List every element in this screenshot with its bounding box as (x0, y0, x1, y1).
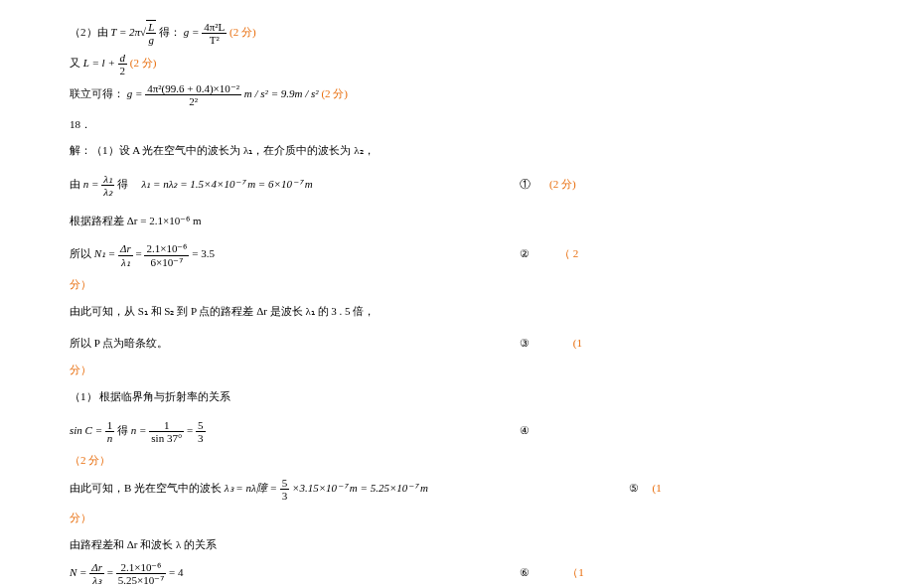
q2-T: T = 2π (110, 26, 140, 38)
q2-intro: （2）由 (70, 26, 108, 38)
q18-dark: 所以 P 点为暗条纹。 ③ (1 (70, 333, 844, 354)
q18-s2: （ 2 (559, 248, 578, 260)
q18-c2: ② (520, 248, 530, 260)
q2-also: 又 (70, 57, 80, 69)
q18-part2: （1） 根据临界角与折射率的关系 (70, 386, 844, 407)
q2-score2: (2 分) (130, 57, 157, 69)
q18-s1: (2 分) (549, 178, 576, 190)
q18-fen2: 分） (70, 360, 844, 380)
q18-c1: ① (520, 178, 531, 190)
q18-s5: (1 (653, 482, 662, 494)
q2-line3: 联立可得： g = 4π²(99.6 + 0.4)×10⁻²2² m / s² … (70, 82, 844, 107)
q2-line1: （2）由 T = 2π√Lg 得： g = 4π²LT² (2 分) (70, 20, 844, 46)
q18-byn: 由 (70, 178, 80, 190)
q2-L: L = l + (83, 57, 115, 69)
q18-fen1: 分） (70, 274, 844, 295)
q18-num: 18． (70, 114, 844, 135)
q18-s3: (1 (573, 337, 582, 349)
q2-g: g = (184, 26, 200, 38)
q2-line2: 又 L = l + d2 (2 分) (70, 52, 844, 76)
q18-c3: ③ (520, 337, 530, 349)
q18-fen3: 分） (70, 508, 844, 528)
q18-bypath: 由路程差和 Δr 和波长 λ 的关系 (70, 534, 844, 555)
q2-score1: (2 分) (229, 26, 256, 38)
q18-sol: 解：（1）设 A 光在空气中的波长为 λ₁，在介质中的波长为 λ₂， (70, 140, 844, 161)
q18-n-line: 由 n = λ₁λ₂ 得 λ₁ = nλ₂ = 1.5×4×10⁻⁷ m = 6… (70, 173, 844, 198)
q18-N1-line: 所以 N₁ = Δrλ₁ = 2.1×10⁻⁶6×10⁻⁷ = 3.5 ② （ … (70, 242, 844, 267)
q2-Lfrac: d2 (118, 52, 128, 76)
q18-fromb: 由此可知，B 光在空气中的波长 λ₃ = nλ障 = 53 ×3.15×10⁻⁷… (70, 477, 844, 502)
q18-N-line: N = Δrλ₃ = 2.1×10⁻⁶5.25×10⁻⁷ = 4 ⑥ （1 (70, 561, 844, 586)
q18-sinC: sin C = 1n 得 n = 1sin 37° = 53 ④ (70, 419, 844, 444)
q18-c4: ④ (520, 424, 530, 436)
q18-s4: （2 分） (70, 450, 844, 471)
q2-g2: g = (127, 88, 143, 100)
q18-froms: 由此可知，从 S₁ 和 S₂ 到 P 点的路程差 Δr 是波长 λ₁ 的 3 .… (70, 301, 844, 322)
q2-deriv: 得： (159, 26, 181, 38)
q18-s6: （1 (567, 566, 584, 578)
q2-g2unit: m / s² = 9.9m / s² (244, 88, 319, 100)
q2-score3: (2 分) (321, 88, 348, 100)
q2-sqrt: Lg (146, 20, 156, 46)
q2-gfrac: 4π²LT² (202, 21, 227, 46)
q18-c5: ⑤ (629, 482, 639, 494)
q18-c6: ⑥ (520, 566, 530, 578)
q2-g2frac: 4π²(99.6 + 0.4)×10⁻²2² (145, 82, 241, 107)
q2-joint: 联立可得： (70, 88, 124, 100)
q18-path: 根据路程差 Δr = 2.1×10⁻⁶ m (70, 211, 844, 231)
